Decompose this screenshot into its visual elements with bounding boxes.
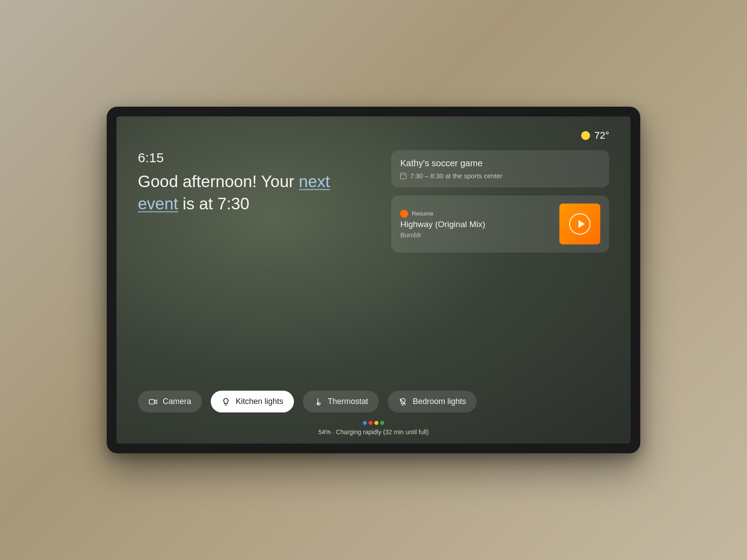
thermostat-chip-label: Thermostat: [328, 397, 368, 406]
thermostat-chip[interactable]: Thermostat: [303, 391, 379, 412]
tablet-device: 72° 6:15 Good afternoon! Your next event…: [107, 107, 640, 453]
greeting-prefix: Good afternoon! Your: [138, 172, 299, 191]
svg-rect-0: [149, 400, 155, 404]
clock: 6:15: [138, 150, 366, 165]
left-column: 6:15 Good afternoon! Your next event is …: [138, 150, 366, 380]
event-subtitle: 7:30 – 8:30 at the sports center: [400, 172, 600, 180]
event-detail: 7:30 – 8:30 at the sports center: [410, 172, 502, 180]
media-label: Resume: [412, 210, 433, 217]
event-title: Kathy's soccer game: [400, 158, 600, 168]
kitchen-lights-chip[interactable]: Kitchen lights: [211, 391, 294, 412]
svg-point-1: [317, 403, 318, 404]
thermostat-icon: [313, 397, 322, 406]
media-app-icon: [400, 210, 408, 218]
lightbulb-icon: [221, 397, 230, 406]
bedroom-lights-chip[interactable]: Bedroom lights: [388, 391, 477, 412]
media-label-row: Resume: [400, 210, 552, 218]
lightbulb-off-icon: [398, 397, 407, 406]
home-screen: 72° 6:15 Good afternoon! Your next event…: [116, 116, 631, 444]
sun-icon: [581, 131, 590, 140]
smart-home-chips: Camera Kitchen lights Thermostat Bedroom…: [138, 391, 609, 412]
media-card[interactable]: Resume Highway (Original Mix) Bumblr: [391, 196, 609, 252]
bedroom-chip-label: Bedroom lights: [413, 397, 466, 406]
play-icon: [578, 220, 585, 228]
media-artist: Bumblr: [400, 231, 552, 239]
assistant-icon[interactable]: [363, 421, 384, 425]
weather-widget[interactable]: 72°: [581, 130, 609, 141]
greeting-suffix: is at 7:30: [178, 195, 249, 213]
media-title: Highway (Original Mix): [400, 220, 552, 229]
album-art[interactable]: [559, 204, 600, 244]
camera-icon: [149, 397, 157, 406]
camera-chip[interactable]: Camera: [138, 391, 202, 412]
charging-status: 54% · Charging rapidly (32 min until ful…: [138, 428, 609, 436]
kitchen-chip-label: Kitchen lights: [236, 397, 283, 406]
calendar-icon: [400, 173, 406, 179]
bottom-bar: 54% · Charging rapidly (32 min until ful…: [138, 419, 609, 436]
camera-chip-label: Camera: [163, 397, 191, 406]
weather-temp: 72°: [594, 130, 609, 141]
greeting-text: Good afternoon! Your next event is at 7:…: [138, 171, 366, 215]
right-column: Kathy's soccer game 7:30 – 8:30 at the s…: [391, 150, 609, 380]
media-info: Resume Highway (Original Mix) Bumblr: [400, 210, 552, 239]
event-card[interactable]: Kathy's soccer game 7:30 – 8:30 at the s…: [391, 150, 609, 188]
content-area: 6:15 Good afternoon! Your next event is …: [138, 150, 609, 380]
